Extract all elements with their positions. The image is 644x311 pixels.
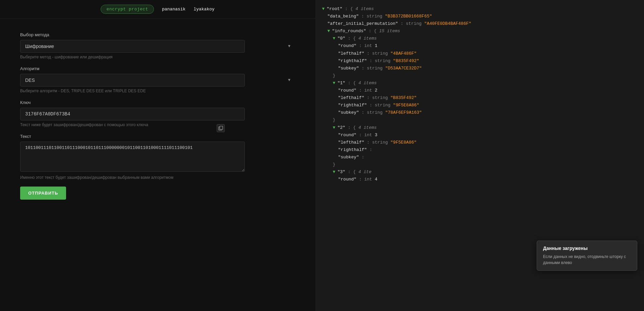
brand-label: encrypt project [101,5,154,14]
key-label: Ключ [20,100,295,105]
algo-select[interactable]: DES TRIPLE DES EEE TRIPLE DES EDE [20,74,245,87]
key-input[interactable]: 3176F67A0DF673B4 [20,108,245,120]
round-0-key: "0" [337,35,345,42]
round-2-key: "2" [337,124,345,132]
root-count: 4 items [356,5,374,13]
round-3-round: "round" : int 4 [322,176,637,183]
round-1-header: ▼ "1" : { 4 items [322,80,637,87]
root-line: ▼ "root" : { 4 items [322,5,637,13]
round-3-key: "3" [337,168,345,176]
text-textarea[interactable]: 1011001110110011011100010110111000000010… [20,142,245,172]
round-2-count: 4 items [358,124,377,132]
text-hint: Именно этот текст будет зашифрован/дешиф… [20,175,295,180]
method-select-wrapper: Шифрование Дешифрование ▼ [20,40,295,53]
round-1-sk-val: "78AF6EF9A163" [385,109,422,116]
top-bar: encrypt project pananasik lyakakoy [0,0,315,19]
user1-label: pananasik [162,7,185,12]
round-3-arrow[interactable]: ▼ [333,168,337,176]
data-being-val: "B3B372BB01668F65" [385,13,432,20]
round-2-num: 3 [375,132,377,139]
algo-label: Алгоритм [20,66,295,71]
round-0-rh-val: "B835F492" [393,57,419,65]
json-tree: ▼ "root" : { 4 items "data_being" : stri… [322,5,637,183]
round-2-header: ▼ "2" : { 4 items [322,124,637,132]
round-1-arrow[interactable]: ▼ [333,80,337,87]
info-rounds-key: "info_rounds" [332,28,366,35]
method-select[interactable]: Шифрование Дешифрование [20,40,245,53]
submit-button[interactable]: ОТПРАВИТЬ [20,187,66,200]
round-0-count: 4 items [358,35,377,42]
info-rounds-arrow[interactable]: ▼ [327,28,332,35]
left-panel: encrypt project pananasik lyakakoy Выбор… [0,0,315,311]
round-0-round: "round" : int 1 [322,42,637,50]
round-3-count: 4 ite [358,168,371,176]
method-group: Выбор метода Шифрование Дешифрование ▼ В… [20,32,295,59]
right-panel[interactable]: ▼ "root" : { 4 items "data_being" : stri… [315,0,644,311]
popup-title: Данные загружены [543,246,631,251]
round-2-arrow[interactable]: ▼ [333,124,337,132]
algo-group: Алгоритм DES TRIPLE DES EEE TRIPLE DES E… [20,66,295,93]
round-1-num: 2 [375,87,377,94]
copy-button[interactable] [217,124,225,132]
round-1-lh-val: "B835F492" [390,94,417,102]
algo-hint: Выберите алгоритм - DES, TRIPLE DES EEE … [20,89,295,93]
round-1-close: } [322,116,637,124]
popup-desc: Если данных не видно, отодвиньте шторку … [543,254,631,266]
round-0-sk-val: "D53AA7CE32D7" [385,65,422,72]
round-0-righthalf: "righthalf" : string "B835F492" [322,57,637,65]
text-label: Текст [20,134,295,139]
round-0-arrow[interactable]: ▼ [333,35,337,42]
key-group: Ключ 3176F67A0DF673B4 Текст ниже будет з… [20,100,295,127]
info-rounds-line: ▼ "info_rounds" : { 15 items [322,28,637,35]
round-3-header: ▼ "3" : { 4 ite [322,168,637,176]
round-3-num: 4 [375,176,377,183]
root-key: "root" [327,5,342,13]
round-2-lh-val: "9F5E8A86" [390,139,417,146]
round-0-num: 1 [375,42,377,50]
round-1-round: "round" : int 2 [322,87,637,94]
form-area: Выбор метода Шифрование Дешифрование ▼ В… [0,19,315,311]
round-0-subkey: "subkey" : string "D53AA7CE32D7" [322,65,637,72]
round-1-count: 4 items [358,80,377,87]
method-chevron-icon: ▼ [288,44,290,49]
round-2-righthalf: "righthalf" : [322,146,637,154]
round-1-righthalf: "righthalf" : string "9F5E8A86" [322,102,637,109]
round-2-round: "round" : int 3 [322,132,637,139]
round-1-lefthalf: "lefthalf" : string "B835F492" [322,94,637,102]
user2-label: lyakakoy [194,7,214,12]
text-group: Текст 1011001110110011011100010110111000… [20,134,295,180]
after-perm-key: "after_initial_permutation" [327,20,398,28]
round-0-header: ▼ "0" : { 4 items [322,35,637,42]
round-0-lh-val: "4BAF486F" [390,50,417,57]
round-0-lefthalf: "lefthalf" : string "4BAF486F" [322,50,637,57]
round-1-rh-val: "9F5E8A86" [393,102,419,109]
round-2-close: } [322,161,637,168]
data-being-key: "data_being" [327,13,359,20]
round-2-subkey: "subkey" : [322,154,637,161]
svg-rect-1 [220,126,223,129]
root-arrow[interactable]: ▼ [322,5,327,13]
round-1-subkey: "subkey" : string "78AF6EF9A163" [322,109,637,116]
key-hint: Текст ниже будет зашифрован/дешифрован с… [20,122,295,127]
round-0-close: } [322,72,637,80]
algo-chevron-icon: ▼ [288,78,290,83]
data-loaded-popup: Данные загружены Если данных не видно, о… [537,241,637,271]
info-rounds-count: 15 items [379,28,400,35]
after-perm-line: "after_initial_permutation" : string "A4… [322,20,637,28]
after-perm-val: "A40FE0DB4BAF486F" [424,20,471,28]
algo-select-wrapper: DES TRIPLE DES EEE TRIPLE DES EDE ▼ [20,74,295,87]
method-hint: Выберите метод - шифрование или дешифрац… [20,55,295,59]
method-label: Выбор метода [20,32,295,37]
round-2-lefthalf: "lefthalf" : string "9F5E8A86" [322,139,637,146]
data-being-line: "data_being" : string "B3B372BB01668F65" [322,13,637,20]
round-1-key: "1" [337,80,345,87]
